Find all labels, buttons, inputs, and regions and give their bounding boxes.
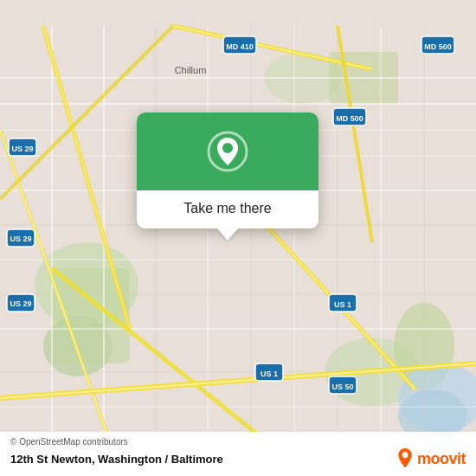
svg-text:US 50: US 50 <box>331 383 353 391</box>
moovit-brand-text: moovit <box>417 450 466 468</box>
svg-point-64 <box>402 452 408 458</box>
map-container: US 29 US 29 US 29 MD 410 MD 500 MD 500 U… <box>0 0 476 476</box>
svg-text:US 1: US 1 <box>261 370 278 378</box>
take-me-there-button[interactable]: Take me there <box>137 190 318 228</box>
svg-text:MD 410: MD 410 <box>226 42 254 51</box>
svg-text:US 29: US 29 <box>10 299 31 308</box>
location-pin-icon <box>207 131 248 172</box>
bottom-bar: © OpenStreetMap contributors 12th St New… <box>0 432 476 476</box>
attribution-text: © OpenStreetMap contributors <box>10 437 466 447</box>
svg-text:MD 500: MD 500 <box>336 114 363 123</box>
svg-text:US 29: US 29 <box>10 235 31 243</box>
map-background: US 29 US 29 US 29 MD 410 MD 500 MD 500 U… <box>0 0 476 476</box>
svg-text:Chillum: Chillum <box>175 65 207 75</box>
svg-text:US 1: US 1 <box>334 300 351 309</box>
location-label: 12th St Newton, Washington / Baltimore <box>10 453 223 466</box>
popup-card[interactable]: Take me there <box>137 113 318 228</box>
svg-point-63 <box>222 143 233 153</box>
popup-green-area <box>137 113 318 190</box>
moovit-logo: moovit <box>396 448 466 469</box>
svg-text:MD 500: MD 500 <box>424 42 452 51</box>
moovit-pin-icon <box>396 448 414 469</box>
location-info-row: 12th St Newton, Washington / Baltimore m… <box>10 448 466 469</box>
svg-text:US 29: US 29 <box>11 145 33 153</box>
